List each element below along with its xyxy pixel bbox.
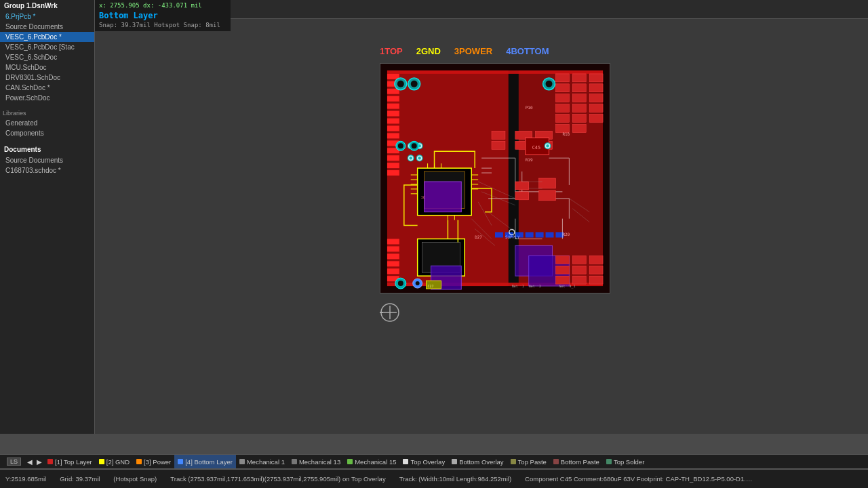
svg-rect-88 [515,182,529,190]
top-layer-item[interactable]: [1] Top Layer [44,455,96,468]
svg-rect-64 [572,74,586,82]
svg-rect-49 [495,232,503,238]
pcb-board[interactable]: C45 IC R18 R19 R20 P10 SUPPLY D27 [380,63,610,293]
top-solder-item[interactable]: Top Solder [603,455,648,468]
svg-text:Net⁻⁻4_1: Net⁻⁻4_1 [559,284,575,289]
sidebar-pcb-stac[interactable]: VESC_6.PcbDoc [Stac [0,42,94,52]
sidebar-pcb-file[interactable]: VESC_6.PcbDoc * [0,32,94,42]
bottom-overlay-item[interactable]: Bottom Overlay [448,455,507,468]
svg-rect-12 [387,111,399,117]
svg-rect-71 [589,84,603,92]
bottom-layer-item[interactable]: [4] Bottom Layer [174,455,236,468]
layer-tab-4bottom[interactable]: 4BOTTOM [506,46,549,56]
svg-rect-91 [539,190,556,201]
svg-rect-13 [387,119,399,124]
mech13-label: Mechanical 13 [299,458,340,466]
layer-tab-2gnd[interactable]: 2GND [416,46,441,56]
svg-text:Net⁻⁻1: Net⁻⁻1 [512,284,524,288]
x-coord-label: x: [99,2,106,9]
top-overlay-item[interactable]: Top Overlay [399,455,448,468]
top-solder-dot [606,459,612,464]
active-layer-name: Bottom Layer [99,10,226,22]
bottom-paste-item[interactable]: Bottom Paste [550,455,603,468]
mech1-label: Mechanical 1 [247,458,285,466]
layer-ls-badge[interactable]: LS [3,458,25,466]
layer-arrow-right[interactable]: ▶ [35,458,44,466]
svg-rect-69 [572,124,586,132]
svg-point-143 [546,81,553,87]
svg-rect-15 [387,133,399,138]
svg-rect-83 [589,276,603,284]
sidebar-schdoc[interactable]: C168703.schdoc * [0,165,94,176]
sidebar-project-item[interactable]: 6.PrjPcb * [0,12,94,22]
svg-text:C27: C27 [428,284,434,288]
sidebar-power-sch[interactable]: Power.SchDoc [0,93,94,103]
coord-info-bar: x: 2755.905 dx: -433.071 mil Bottom Laye… [95,0,231,31]
svg-point-139 [397,81,404,87]
svg-rect-23 [387,253,399,259]
svg-point-118 [412,143,417,148]
status-hotspot: (Hotspot Snap) [113,475,157,483]
svg-rect-25 [387,268,399,274]
svg-rect-76 [555,266,569,274]
status-track-info: Track (2753.937mil,1771.653mil)(2753.937… [170,475,385,483]
svg-rect-67 [572,104,586,113]
svg-text:R19: R19 [526,157,533,162]
snap-info: Snap: 39.37mil Hotspot Snap: 8mil [99,21,226,30]
status-grid: Grid: 39.37mil [60,475,100,483]
svg-rect-18 [387,155,399,161]
svg-rect-70 [589,74,603,82]
svg-rect-14 [387,125,399,131]
ls-label: LS [7,458,21,466]
svg-text:R18: R18 [562,131,570,136]
svg-rect-93 [492,141,505,149]
top-overlay-dot [403,459,408,464]
project-panel: Group 1.DsnWrk 6.PrjPcb * Source Documen… [0,0,95,434]
svg-text:IC: IC [421,195,425,199]
mech1-layer-item[interactable]: Mechanical 1 [236,455,288,468]
svg-rect-45 [425,182,462,212]
top-solder-label: Top Solder [614,458,644,466]
power-layer-item[interactable]: [3] Power [133,455,174,468]
gnd-layer-item[interactable]: [2] GND [96,455,133,468]
svg-rect-60 [555,94,569,102]
svg-point-141 [411,81,418,87]
sidebar-components[interactable]: Components [0,128,94,138]
sidebar-mcu-sch[interactable]: MCU.SchDoc [0,62,94,73]
pcb-canvas-area[interactable]: 1TOP 2GND 3POWER 4BOTTOM [95,19,868,434]
bottom-layer-label: [4] Bottom Layer [185,458,233,466]
sidebar-can-sch[interactable]: CAN.SchDoc * [0,83,94,93]
svg-rect-78 [572,256,586,264]
top-paste-item[interactable]: Top Paste [507,455,550,468]
svg-rect-19 [387,163,399,168]
sidebar-source-docs[interactable]: Source Documents [0,22,94,32]
layer-arrow-left[interactable]: ◀ [25,458,35,466]
mech13-layer-item[interactable]: Mechanical 13 [288,455,344,468]
top-paste-dot [511,459,516,464]
svg-point-133 [398,281,403,286]
sidebar-generated[interactable]: Generated [0,118,94,128]
power-layer-dot [136,459,142,464]
sidebar-vesc-sch[interactable]: VESC_6.SchDoc [0,52,94,62]
mech13-dot [292,459,297,464]
svg-rect-24 [387,261,399,266]
mech15-layer-item[interactable]: Mechanical 15 [344,455,399,468]
sidebar-group-1: Group 1.DsnWrk [0,0,94,12]
x-coord-value: 2755.905 [110,2,139,9]
svg-rect-59 [555,84,569,92]
svg-text:C45: C45 [532,145,541,150]
svg-rect-73 [589,104,603,113]
mech15-dot [347,459,353,464]
svg-rect-77 [555,276,569,284]
sidebar-docs-source[interactable]: Source Documents [0,155,94,165]
sidebar-drv-sch[interactable]: DRV8301.SchDoc [0,73,94,83]
layer-tab-1top[interactable]: 1TOP [380,46,403,56]
svg-rect-79 [572,266,586,274]
svg-rect-72 [589,94,603,102]
svg-rect-53 [536,232,544,238]
svg-rect-11 [387,104,399,109]
layer-tab-3power[interactable]: 3POWER [454,46,492,56]
status-component-info: Component C45 Comment:680uF 63V Footprin… [525,475,755,483]
svg-rect-21 [387,239,399,244]
status-track-width: Track: (Width:10mil Length:984.252mil) [399,475,511,483]
